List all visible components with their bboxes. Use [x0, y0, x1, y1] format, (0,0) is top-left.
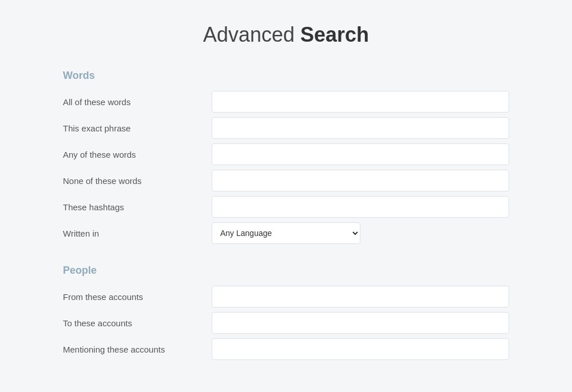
people-section-heading: People — [63, 265, 509, 277]
page-container: Advanced Search Words All of these words… — [29, 0, 543, 392]
written-in-row: Written in Any Language English Spanish … — [63, 222, 509, 244]
all-of-these-words-label: All of these words — [63, 97, 212, 107]
page-title-normal: Advanced — [203, 23, 300, 46]
these-hashtags-label: These hashtags — [63, 202, 212, 212]
any-of-these-words-label: Any of these words — [63, 150, 212, 159]
from-these-accounts-label: From these accounts — [63, 292, 212, 302]
all-of-these-words-input[interactable] — [212, 91, 509, 113]
from-these-accounts-input[interactable] — [212, 286, 509, 307]
all-of-these-words-row: All of these words — [63, 91, 509, 113]
language-select[interactable]: Any Language English Spanish French Germ… — [212, 222, 360, 244]
mentioning-these-accounts-row: Mentioning these accounts — [63, 338, 509, 360]
to-these-accounts-input[interactable] — [212, 312, 509, 334]
from-these-accounts-row: From these accounts — [63, 286, 509, 307]
any-of-these-words-row: Any of these words — [63, 143, 509, 165]
this-exact-phrase-input[interactable] — [212, 117, 509, 139]
none-of-these-words-label: None of these words — [63, 176, 212, 186]
words-section: Words All of these words This exact phra… — [63, 70, 509, 244]
words-section-heading: Words — [63, 70, 509, 82]
this-exact-phrase-row: This exact phrase — [63, 117, 509, 139]
these-hashtags-input[interactable] — [212, 196, 509, 218]
people-section: People From these accounts To these acco… — [63, 265, 509, 360]
to-these-accounts-label: To these accounts — [63, 318, 212, 328]
these-hashtags-row: These hashtags — [63, 196, 509, 218]
none-of-these-words-input[interactable] — [212, 170, 509, 191]
to-these-accounts-row: To these accounts — [63, 312, 509, 334]
none-of-these-words-row: None of these words — [63, 170, 509, 191]
mentioning-these-accounts-label: Mentioning these accounts — [63, 345, 212, 354]
this-exact-phrase-label: This exact phrase — [63, 123, 212, 133]
written-in-label: Written in — [63, 229, 212, 238]
page-title-bold: Search — [300, 23, 369, 46]
mentioning-these-accounts-input[interactable] — [212, 338, 509, 360]
page-title: Advanced Search — [63, 23, 509, 47]
any-of-these-words-input[interactable] — [212, 143, 509, 165]
